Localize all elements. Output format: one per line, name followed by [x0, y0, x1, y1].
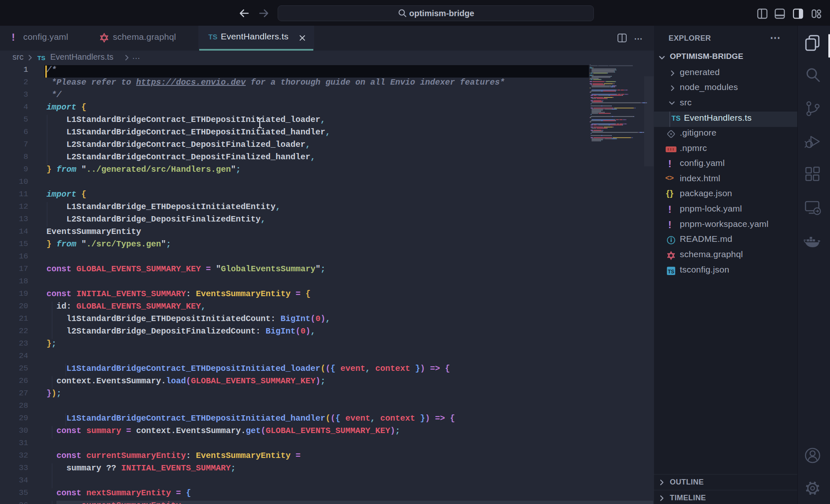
svg-text:TS: TS [668, 269, 674, 275]
